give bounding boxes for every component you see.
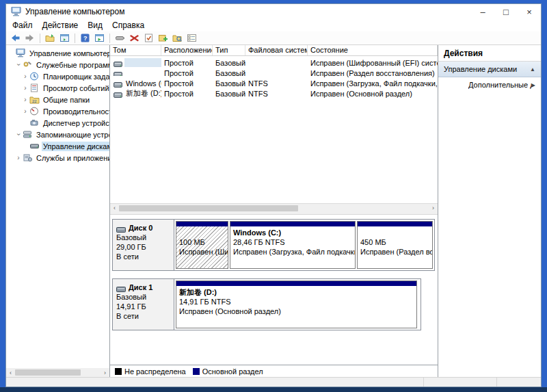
tree-item-shared-folders[interactable]: ›22Общие папки [6, 94, 109, 105]
disk-name: Диск 0 [116, 223, 171, 233]
partition-info: Windows (C:)28,46 ГБ NTFSИсправен (Загру… [230, 226, 355, 268]
maximize-button[interactable]: □ [494, 4, 518, 19]
expand-arrow-icon[interactable]: › [21, 84, 29, 92]
explore-folder-icon[interactable] [172, 33, 183, 44]
check-mark-icon[interactable] [143, 33, 155, 44]
volume-cell [110, 58, 161, 67]
expand-arrow-icon[interactable]: › [14, 154, 23, 161]
tree-item-storage[interactable]: ›Запоминающие устройст [6, 129, 109, 140]
device-icon[interactable] [114, 33, 126, 44]
tree-horizontal-scrollbar[interactable]: ‹ › [6, 368, 109, 377]
tree-item-events[interactable]: ›Просмотр событий [6, 82, 109, 94]
disk-label[interactable]: Диск 0Базовый29,00 ГБВ сети [113, 220, 174, 270]
menu-файл[interactable]: Файл [8, 20, 38, 31]
tree-item-disk[interactable]: Управление дисками [6, 140, 109, 152]
scroll-right-icon[interactable]: › [429, 204, 438, 213]
volume-cell: Windows (C:) [110, 79, 161, 88]
expand-arrow-icon[interactable]: › [15, 131, 23, 139]
window-title: Управление компьютером [25, 7, 471, 16]
storage-icon [23, 130, 33, 139]
partition[interactable]: Windows (C:)28,46 ГБ NTFSИсправен (Загру… [230, 221, 356, 269]
tree-item-services[interactable]: ›Службы и приложения [6, 152, 109, 164]
toolbar-separator [109, 34, 110, 43]
partition-color-band [176, 281, 416, 286]
events-icon [29, 83, 40, 92]
partition[interactable]: 100 МБИсправен (Шифрованный (EFI) систем… [176, 221, 228, 269]
collapse-icon[interactable]: ▲ [530, 66, 535, 73]
tree-item-label: Управление дисками [42, 142, 110, 151]
export-icon[interactable] [44, 33, 56, 44]
disk-name: Диск 1 [116, 283, 171, 292]
legend-item: Основной раздел [193, 367, 263, 376]
column-header-состояние[interactable]: Состояние [308, 45, 438, 55]
expand-arrow-icon[interactable]: › [21, 73, 29, 80]
volume-icon [114, 81, 122, 86]
expand-arrow-icon[interactable]: › [21, 107, 29, 115]
menu-справка[interactable]: Справка [107, 20, 149, 31]
properties-icon[interactable] [186, 33, 198, 44]
partition-status: Исправен (Раздел восстановления) [360, 247, 429, 257]
tree-item-tools[interactable]: ›Служебные программы [6, 59, 109, 70]
scroll-left-icon[interactable]: ‹ [6, 368, 15, 377]
table-row[interactable]: Windows (C:)ПростойБазовыйNTFSИсправен (… [110, 78, 438, 88]
column-header-том[interactable]: Том [110, 45, 161, 55]
partition[interactable]: 450 МБИсправен (Раздел восстановления) [357, 221, 433, 269]
table-row[interactable]: ПростойБазовыйИсправен (Раздел восстанов… [110, 68, 438, 78]
minimize-button[interactable]: – [471, 4, 494, 19]
status-cell: Исправен (Шифрованный (EFI) системный ра… [308, 59, 438, 67]
show-window-icon[interactable] [59, 33, 70, 44]
partition-status: Исправен (Шифрованный (EFI) системный ра… [179, 247, 225, 257]
toolbar-separator [40, 34, 40, 43]
scrollbar-thumb[interactable] [119, 205, 298, 211]
disk-type: Базовый [116, 292, 171, 302]
partition[interactable]: 新加卷 (D:)14,91 ГБ NTFSИсправен (Основной … [176, 280, 417, 328]
scroll-right-icon[interactable]: › [101, 368, 109, 377]
status-segment [496, 378, 541, 387]
help-icon[interactable]: ? [79, 33, 91, 44]
actions-group-disk-management[interactable]: Управление дисками ▲ [438, 62, 541, 77]
partition-color-band [176, 222, 228, 226]
partition-info: 新加卷 (D:)14,91 ГБ NTFSИсправен (Основной … [176, 286, 416, 328]
tree-item-scheduler[interactable]: ›Планировщик заданий [6, 70, 109, 82]
column-header-файловая-система[interactable]: Файловая система [245, 45, 308, 55]
menubar: ФайлДействиеВидСправка [6, 19, 541, 31]
table-row[interactable]: ПростойБазовыйИсправен (Шифрованный (EFI… [110, 57, 438, 68]
scrollbar-thumb[interactable] [15, 369, 81, 376]
console-window-icon[interactable] [94, 33, 105, 44]
disk-label[interactable]: Диск 1Базовый14,91 ГБВ сети [113, 279, 174, 330]
more-actions-label: Дополнительные дей... [468, 81, 531, 89]
actions-header: Действия [438, 45, 541, 62]
actions-pane: Действия Управление дисками ▲ Дополнител… [438, 45, 541, 377]
volume-cell: 新加卷 (D:) [110, 88, 161, 99]
volumes-horizontal-scrollbar[interactable]: ‹ › [110, 203, 438, 212]
volume-cell [110, 70, 161, 76]
tree-item-performance[interactable]: ›Производительность [6, 105, 109, 117]
status-bar [6, 377, 541, 387]
close-button[interactable]: × [518, 4, 541, 19]
type-cell: Базовый [213, 90, 245, 98]
table-row[interactable]: 新加卷 (D:)ПростойБазовыйNTFSИсправен (Осно… [110, 88, 438, 99]
partitions-area: 新加卷 (D:)14,91 ГБ NTFSИсправен (Основной … [174, 279, 421, 330]
scroll-left-icon[interactable]: ‹ [110, 204, 119, 213]
volumes-table-rows: ПростойБазовыйИсправен (Шифрованный (EFI… [110, 56, 438, 203]
back-icon[interactable] [10, 33, 21, 44]
forward-icon[interactable] [24, 33, 36, 44]
type-cell: Базовый [213, 59, 245, 67]
column-header-тип[interactable]: Тип [213, 45, 245, 55]
column-header-расположение[interactable]: Расположение [161, 45, 213, 55]
disk-drive-icon [116, 225, 126, 231]
status-cell: Исправен (Загрузка, Файл подкачки, Авари… [308, 79, 438, 88]
tree-item-device-manager[interactable]: Диспетчер устройств [6, 117, 109, 129]
expand-arrow-icon[interactable]: › [21, 96, 29, 103]
expand-arrow-icon[interactable]: › [15, 61, 23, 69]
menu-вид[interactable]: Вид [83, 20, 107, 31]
tree-item-computer[interactable]: Управление компьютером (л [6, 47, 109, 59]
performance-icon [29, 107, 40, 116]
partition-info: 100 МБИсправен (Шифрованный (EFI) систем… [176, 226, 228, 268]
add-drive-icon[interactable] [157, 33, 169, 44]
status-cell: Исправен (Основной раздел) [308, 90, 438, 98]
actions-item-more-actions[interactable]: Дополнительные дей... ▶ [438, 77, 541, 92]
delete-volume-icon[interactable] [129, 33, 140, 44]
tree-item-label: Производительность [42, 107, 110, 116]
menu-действие[interactable]: Действие [38, 20, 83, 31]
